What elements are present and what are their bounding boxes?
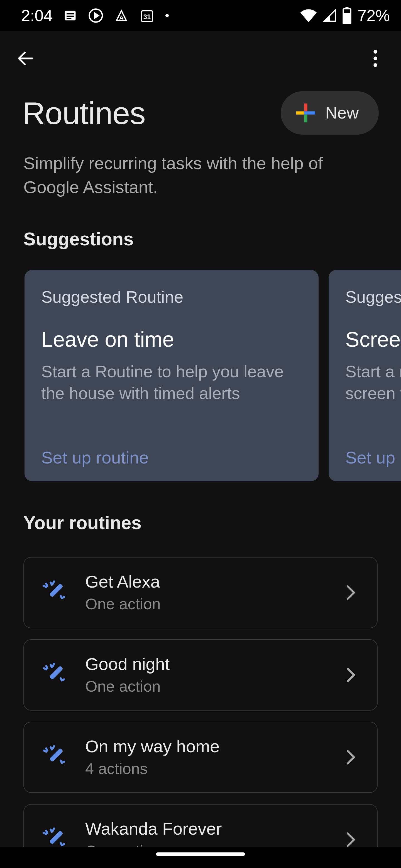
suggestion-title: Leave on time [41, 328, 302, 352]
suggestion-card-leave-on-time[interactable]: Suggested Routine Leave on time Start a … [25, 270, 319, 481]
calendar-icon: 31 [140, 8, 155, 23]
navigation-bar [0, 847, 401, 868]
routine-title: Wakanda Forever [85, 819, 328, 839]
new-routine-button[interactable]: New [281, 91, 379, 135]
suggestion-label: Suggeste [345, 288, 401, 307]
page-title: Routines [22, 95, 145, 131]
new-button-label: New [325, 103, 359, 122]
wifi-icon [299, 9, 317, 22]
routine-subtitle: 4 actions [85, 760, 328, 778]
svg-rect-3 [67, 18, 71, 19]
routine-item-on-my-way-home[interactable]: On my way home 4 actions [23, 722, 378, 793]
svg-point-8 [166, 14, 169, 17]
svg-rect-1 [67, 13, 74, 14]
routine-title: On my way home [85, 737, 328, 757]
status-bar: 2:04 A 31 [0, 0, 401, 31]
svg-text:31: 31 [144, 13, 151, 21]
notification-icon-3: A [114, 8, 130, 23]
routine-subtitle: One action [85, 678, 328, 695]
routine-item-good-night[interactable]: Good night One action [23, 639, 378, 711]
svg-rect-2 [67, 16, 74, 17]
suggestion-desc: Start a ro screen ti [345, 361, 401, 404]
suggestion-setup-link[interactable]: Set up ro [345, 448, 401, 468]
suggestion-label: Suggested Routine [41, 288, 302, 307]
routine-title: Good night [85, 654, 328, 674]
app-bar [0, 31, 401, 86]
chevron-right-icon [346, 832, 362, 847]
section-heading-your-routines: Your routines [0, 481, 401, 545]
battery-percent: 72% [356, 6, 390, 25]
wand-icon [41, 661, 67, 688]
svg-rect-20 [304, 111, 307, 114]
battery-icon [342, 7, 352, 24]
chevron-right-icon [346, 749, 362, 765]
section-heading-suggestions: Suggestions [0, 200, 401, 261]
suggestion-title: Screen [345, 328, 401, 352]
svg-rect-11 [343, 13, 351, 24]
page-subtitle: Simplify recurring tasks with the help o… [0, 139, 401, 200]
svg-text:A: A [119, 14, 124, 21]
suggestions-row: Suggested Routine Leave on time Start a … [0, 261, 401, 481]
routine-subtitle: One action [85, 842, 328, 847]
signal-icon [322, 9, 338, 22]
back-button[interactable] [15, 47, 37, 69]
wand-icon [41, 826, 67, 847]
notification-icon-2 [88, 8, 104, 23]
routine-item-get-alexa[interactable]: Get Alexa One action [23, 557, 378, 628]
routine-title: Get Alexa [85, 572, 328, 592]
routine-subtitle: One action [85, 595, 328, 613]
svg-point-14 [373, 57, 377, 60]
suggestion-desc: Start a Routine to help you leave the ho… [41, 361, 302, 404]
svg-point-13 [373, 50, 377, 54]
more-options-button[interactable] [364, 47, 386, 69]
wand-icon [41, 579, 67, 606]
svg-point-15 [373, 63, 377, 67]
chevron-right-icon [346, 667, 362, 683]
chevron-right-icon [346, 585, 362, 600]
wand-icon [41, 744, 67, 771]
svg-rect-16 [304, 103, 307, 111]
svg-rect-18 [296, 111, 304, 114]
svg-rect-17 [304, 115, 307, 122]
routines-list: Get Alexa One action Good night One acti… [0, 545, 401, 847]
status-time: 2:04 [21, 6, 53, 25]
google-plus-icon [296, 103, 315, 122]
notification-dot-icon [165, 8, 170, 23]
routine-item-wakanda-forever[interactable]: Wakanda Forever One action [23, 804, 378, 847]
notification-icon-1 [63, 8, 78, 23]
svg-rect-19 [308, 111, 315, 114]
home-indicator[interactable] [156, 852, 245, 856]
suggestion-setup-link[interactable]: Set up routine [41, 448, 302, 468]
suggestion-card-screen[interactable]: Suggeste Screen Start a ro screen ti Set… [328, 270, 401, 481]
